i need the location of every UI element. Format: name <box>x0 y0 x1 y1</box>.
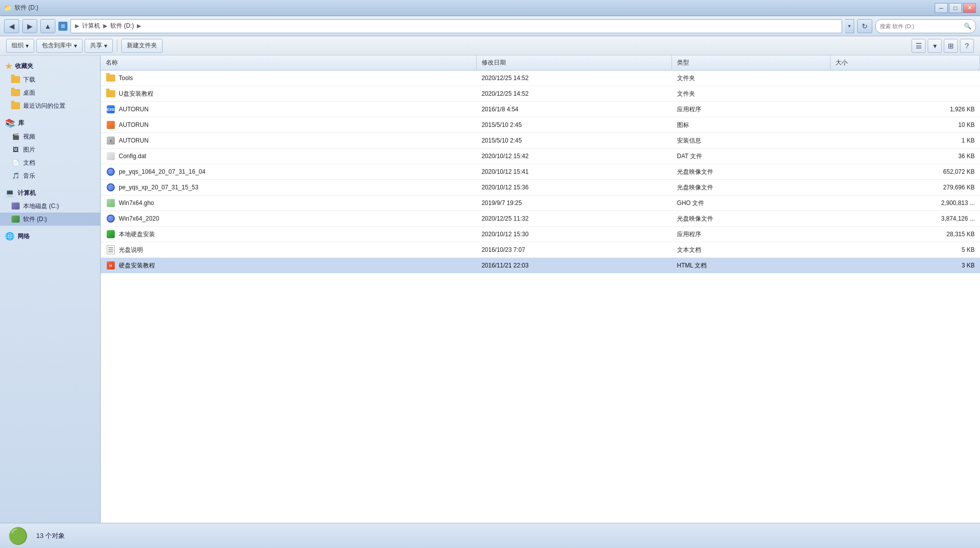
table-row[interactable]: Win7x64.gho 2019/9/7 19:25 GHO 文件 2,900,… <box>101 195 980 211</box>
file-modified: 2020/12/25 11:32 <box>477 211 672 227</box>
preview-pane-button[interactable]: ⊞ <box>944 39 958 53</box>
file-name: pe_yqs_xp_20_07_31_15_53 <box>119 184 198 191</box>
sidebar-item-document[interactable]: 📄 文档 <box>0 156 100 169</box>
file-name-cell: U盘安装教程 <box>101 86 477 102</box>
file-icon-dat <box>106 151 116 161</box>
sidebar-item-music[interactable]: 🎵 音乐 <box>0 169 100 182</box>
file-name-cell: Config.dat <box>101 149 477 164</box>
network-icon: 🌐 <box>5 232 15 241</box>
status-bar: 🟢 13 个对象 <box>0 523 980 548</box>
file-modified: 2016/1/8 4:54 <box>477 102 672 117</box>
file-icon-app-green <box>106 229 116 239</box>
up-button[interactable]: ▲ <box>40 19 55 33</box>
file-modified: 2016/10/23 7:07 <box>477 242 672 258</box>
drive-d-icon <box>11 215 20 224</box>
table-row[interactable]: EXE AUTORUN 2016/1/8 4:54 应用程序 1,926 KB <box>101 102 980 117</box>
file-modified: 2020/12/25 14:52 <box>477 86 672 102</box>
search-input[interactable] <box>880 23 962 29</box>
minimize-button[interactable]: ─ <box>935 3 948 13</box>
status-count: 13 个对象 <box>36 531 65 540</box>
view-dropdown-button[interactable]: ▾ <box>928 39 942 53</box>
table-row[interactable]: H 硬盘安装教程 2016/11/21 22:03 HTML 文档 3 KB <box>101 258 980 273</box>
file-size: 5 KB <box>831 242 980 258</box>
sidebar-item-image[interactable]: 🖼 图片 <box>0 143 100 156</box>
new-folder-button[interactable]: 新建文件夹 <box>121 39 163 53</box>
column-type[interactable]: 类型 <box>672 55 831 71</box>
path-part-drive[interactable]: 软件 (D:) <box>110 22 134 30</box>
sidebar-item-recent[interactable]: 最近访问的位置 <box>0 99 100 112</box>
share-button[interactable]: 共享 ▾ <box>85 39 113 53</box>
file-type: DAT 文件 <box>672 149 831 164</box>
column-modified[interactable]: 修改日期 <box>477 55 672 71</box>
sidebar-item-download[interactable]: 下载 <box>0 73 100 86</box>
file-name: 本地硬盘安装 <box>119 230 155 239</box>
help-button[interactable]: ? <box>960 39 974 53</box>
window-icon: 📁 <box>4 5 12 12</box>
file-size: 28,315 KB <box>831 227 980 242</box>
file-type: 文件夹 <box>672 71 831 86</box>
column-name[interactable]: 名称 <box>101 55 477 71</box>
file-name-cell: AUTORUN <box>101 117 477 133</box>
path-dropdown[interactable]: ▾ <box>845 19 854 33</box>
sidebar-item-desktop[interactable]: 桌面 <box>0 86 100 99</box>
file-name: AUTORUN <box>119 106 148 113</box>
file-name: U盘安装教程 <box>119 90 154 98</box>
sidebar-item-drive-d[interactable]: 软件 (D:) <box>0 213 100 226</box>
table-row[interactable]: 本地硬盘安装 2020/10/12 15:30 应用程序 28,315 KB <box>101 227 980 242</box>
file-icon-ico <box>106 120 116 130</box>
download-folder-icon <box>11 75 20 84</box>
file-name-cell: 光盘说明 <box>101 242 477 258</box>
path-icon: ⊞ <box>58 22 67 31</box>
sidebar-library-header: 📚 库 <box>0 116 100 130</box>
column-size[interactable]: 大小 <box>831 55 980 71</box>
file-icon-exe: EXE <box>106 104 116 114</box>
file-size: 1,926 KB <box>831 102 980 117</box>
search-box[interactable]: 🔍 <box>875 19 976 33</box>
table-row[interactable]: i AUTORUN 2015/5/10 2:45 安装信息 1 KB <box>101 133 980 149</box>
file-type: GHO 文件 <box>672 195 831 211</box>
file-size: 652,072 KB <box>831 164 980 180</box>
file-name: Win7x64_2020 <box>119 215 159 222</box>
table-row[interactable]: pe_yqs_1064_20_07_31_16_04 2020/10/12 15… <box>101 164 980 180</box>
file-table-header: 名称 修改日期 类型 大小 <box>101 55 980 71</box>
refresh-button[interactable]: ↻ <box>857 19 872 33</box>
back-button[interactable]: ◀ <box>4 19 19 33</box>
table-row[interactable]: pe_yqs_xp_20_07_31_15_53 2020/10/12 15:3… <box>101 180 980 195</box>
table-row[interactable]: Config.dat 2020/10/12 15:42 DAT 文件 36 KB <box>101 149 980 164</box>
table-row[interactable]: U盘安装教程 2020/12/25 14:52 文件夹 <box>101 86 980 102</box>
path-part-computer[interactable]: 计算机 <box>82 22 100 30</box>
share-dropdown-icon: ▾ <box>104 42 107 49</box>
table-row[interactable]: Win7x64_2020 2020/12/25 11:32 光盘映像文件 3,8… <box>101 211 980 227</box>
file-icon-iso <box>106 182 116 192</box>
toolbar-separator <box>117 40 117 52</box>
file-type: 文件夹 <box>672 86 831 102</box>
path-separator-2: ▶ <box>103 23 107 29</box>
sidebar-favorites-section: ★ 收藏夹 下载 桌面 最近访问的位置 <box>0 59 100 112</box>
file-name-cell: i AUTORUN <box>101 133 477 149</box>
maximize-button[interactable]: □ <box>949 3 962 13</box>
library-icon: 📚 <box>5 118 15 128</box>
organize-button[interactable]: 组织 ▾ <box>6 39 34 53</box>
forward-button[interactable]: ▶ <box>22 19 37 33</box>
file-size <box>831 86 980 102</box>
title-bar: 📁 软件 (D:) ─ □ ✕ <box>0 0 980 16</box>
file-name-cell: Tools <box>101 71 477 86</box>
file-name: Win7x64.gho <box>119 199 154 207</box>
table-row[interactable]: 光盘说明 2016/10/23 7:07 文本文档 5 KB <box>101 242 980 258</box>
change-view-button[interactable]: ☰ <box>912 39 926 53</box>
file-type: 文本文档 <box>672 242 831 258</box>
close-button[interactable]: ✕ <box>963 3 976 13</box>
sidebar-item-video[interactable]: 🎬 视频 <box>0 130 100 143</box>
add-to-library-button[interactable]: 包含到库中 ▾ <box>36 39 83 53</box>
file-table: 名称 修改日期 类型 大小 Tools 2020/12/25 14:52 文件夹 <box>101 55 980 273</box>
toolbar-right: ☰ ▾ ⊞ ? <box>912 39 974 53</box>
table-row[interactable]: AUTORUN 2015/5/10 2:45 图标 10 KB <box>101 117 980 133</box>
file-icon-iso <box>106 214 116 224</box>
file-name: AUTORUN <box>119 121 148 128</box>
table-row[interactable]: Tools 2020/12/25 14:52 文件夹 <box>101 71 980 86</box>
address-path[interactable]: ▶ 计算机 ▶ 软件 (D:) ▶ <box>70 19 842 33</box>
file-size: 3,874,126 ... <box>831 211 980 227</box>
file-name-cell: 本地硬盘安装 <box>101 227 477 242</box>
sidebar-item-drive-c[interactable]: 本地磁盘 (C:) <box>0 199 100 213</box>
file-area[interactable]: 名称 修改日期 类型 大小 Tools 2020/12/25 14:52 文件夹 <box>101 55 980 523</box>
